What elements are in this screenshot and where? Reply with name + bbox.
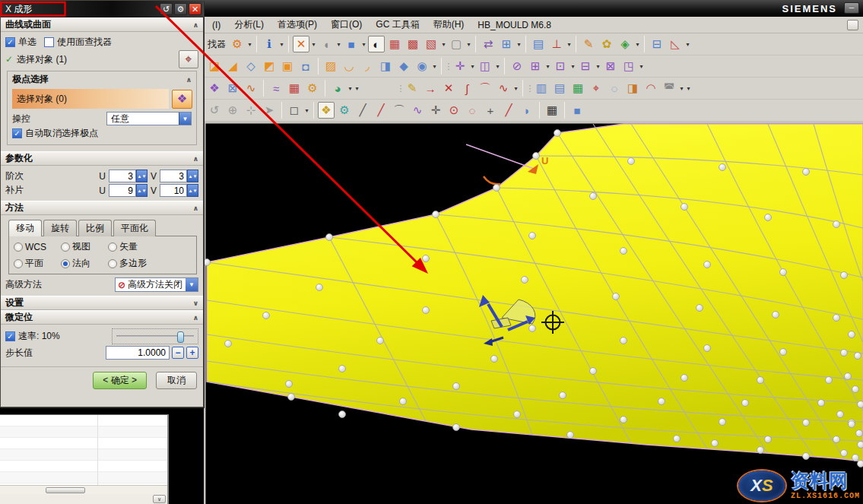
dialog-options-gear-icon[interactable]: ⚙ — [174, 3, 187, 15]
edit-curve-icon[interactable]: ✎ — [404, 80, 420, 97]
dropdown-caret-icon[interactable]: ▾ — [570, 63, 576, 70]
object-display-icon[interactable]: ✿ — [598, 36, 615, 52]
dropdown-caret-icon[interactable]: ▾ — [465, 41, 472, 48]
surface-flow-icon[interactable]: ≈ — [268, 80, 284, 97]
face-snap-icon[interactable]: ◗ — [519, 102, 535, 119]
arc-point-icon[interactable]: ⌒ — [391, 102, 408, 119]
iform-icon[interactable]: ⊠ — [224, 80, 241, 97]
chevron-down-icon[interactable]: ∨ — [153, 495, 166, 503]
replace-face-icon[interactable]: ⊠ — [602, 58, 619, 74]
dropdown-caret-icon[interactable]: ▾ — [469, 63, 476, 70]
manipulation-dropdown[interactable]: 任意 ▼ — [106, 112, 192, 125]
section-x-icon[interactable]: ▦ — [386, 36, 403, 52]
show-hide-icon[interactable]: ◈ — [617, 36, 633, 52]
compass-icon[interactable]: ⌖ — [588, 80, 604, 97]
snap-point-icon[interactable]: ❖ — [318, 102, 335, 119]
section-z-icon[interactable]: ▧ — [423, 36, 439, 52]
trim-curve-icon[interactable]: → — [422, 80, 439, 97]
rotate-display-icon[interactable]: ◐ — [368, 36, 385, 52]
point-on-face-icon[interactable]: ╱ — [500, 102, 517, 119]
patch-v-spinner[interactable]: ▲▼ — [160, 184, 198, 197]
dropdown-caret-icon[interactable]: ▾ — [431, 63, 438, 70]
pattern-face-icon[interactable]: ◳ — [620, 58, 637, 74]
viewport-canvas[interactable]: U — [204, 122, 863, 504]
dropdown-arrow-icon[interactable]: ▼ — [186, 278, 198, 291]
resize-face-icon[interactable]: ⊡ — [552, 58, 569, 74]
info-grid-icon[interactable]: ▦ — [544, 102, 560, 119]
dropdown-caret-icon[interactable]: ▾ — [638, 63, 645, 70]
fit-view-icon[interactable]: ✕ — [293, 36, 309, 52]
offset-surface-icon[interactable]: ◪ — [206, 58, 223, 74]
dropdown-caret-icon[interactable]: ▾ — [303, 107, 310, 114]
rib-icon[interactable]: ▣ — [279, 58, 296, 74]
history-back-icon[interactable]: ↺ — [206, 102, 223, 119]
dropdown-caret-icon[interactable]: ▾ — [310, 41, 317, 48]
pole-select-object-row[interactable]: 选择对象 (0) — [12, 89, 169, 109]
patch-u-input[interactable] — [109, 184, 136, 197]
xform-pole-button[interactable]: ❖ — [172, 90, 192, 109]
menu-item-4[interactable]: GC 工具箱 — [369, 17, 426, 33]
reset-icon[interactable]: ↺ — [160, 3, 173, 15]
rate-checkbox[interactable]: ✓ — [5, 331, 15, 341]
match-edge-icon[interactable]: ∿ — [243, 80, 259, 97]
cancel-button[interactable]: 取消 — [156, 372, 197, 389]
radio-normal[interactable]: 法向 — [61, 257, 108, 270]
toolbar-drag-handle[interactable]: ⋮ — [397, 84, 403, 94]
dropdown-caret-icon[interactable]: ▾ — [685, 85, 692, 92]
ok-button[interactable]: < 确定 > — [93, 372, 147, 389]
spinner-arrows-icon[interactable]: ▲▼ — [136, 184, 148, 197]
minimize-button[interactable]: ─ — [844, 2, 859, 14]
intersection-point-icon[interactable]: ✛ — [427, 102, 444, 119]
quadrant-point-icon[interactable]: ◌ — [464, 102, 481, 119]
shell-icon[interactable]: ◩ — [261, 58, 278, 74]
horizontal-scrollbar[interactable] — [0, 485, 167, 494]
dropdown-caret-icon[interactable]: ▾ — [440, 41, 447, 48]
menu-item-2[interactable]: 首选项(P) — [271, 17, 324, 33]
menu-item-6[interactable]: HB_MOULD M6.8 — [471, 18, 558, 32]
tab-scale[interactable]: 比例 — [78, 220, 112, 236]
snap-cursor-icon[interactable]: ⊹ — [243, 102, 259, 119]
surface-tools-icon[interactable]: ⚙ — [304, 80, 321, 97]
dropdown-caret-icon[interactable]: ▾ — [246, 41, 253, 48]
spinner-arrows-icon[interactable]: ▲▼ — [136, 170, 148, 182]
degree-v-spinner[interactable]: ▲▼ — [160, 170, 198, 182]
selection-gear-icon[interactable]: ⚙ — [229, 36, 246, 52]
point-on-curve-icon[interactable]: + — [482, 102, 499, 119]
edge-blend-icon[interactable]: ◡ — [341, 58, 357, 74]
tab-planarize[interactable]: 平面化 — [113, 220, 156, 236]
divide-curve-icon[interactable]: ✕ — [440, 80, 457, 97]
stretch-curve-icon[interactable]: ∿ — [495, 80, 512, 97]
section-settings[interactable]: 设置 ∨ — [1, 296, 203, 310]
snap-existing-icon[interactable]: ➤ — [261, 102, 278, 119]
step-value-input[interactable] — [106, 346, 170, 360]
chamfer-icon[interactable]: ◇ — [243, 58, 259, 74]
menu-item-1[interactable]: 分析(L) — [227, 17, 271, 33]
section-y-icon[interactable]: ▩ — [405, 36, 421, 52]
work-cube-icon[interactable]: ■ — [569, 102, 585, 119]
offset-region-icon[interactable]: ⊟ — [577, 58, 594, 74]
auto-deselect-checkbox[interactable]: ✓ — [12, 128, 22, 138]
radio-view[interactable]: 视图 — [61, 240, 108, 253]
degree-u-input[interactable] — [109, 170, 136, 182]
rate-slider[interactable] — [112, 328, 198, 344]
open-book-icon[interactable]: ◖ — [318, 36, 335, 52]
section-pole-selection[interactable]: 极点选择 ∧ — [8, 71, 196, 87]
spinner-arrows-icon[interactable]: ▲▼ — [187, 170, 198, 182]
smooth-spline-icon[interactable]: ∫ — [458, 80, 475, 97]
dropdown-caret-icon[interactable]: ▾ — [347, 85, 354, 92]
dropdown-caret-icon[interactable]: ▾ — [494, 63, 501, 70]
dropdown-caret-icon[interactable]: ▾ — [360, 41, 367, 48]
pull-face-icon[interactable]: ◫ — [477, 58, 493, 74]
radio-polygon[interactable]: 多边形 — [108, 257, 161, 270]
edit-arc-icon[interactable]: ⌒ — [477, 80, 493, 97]
point-dialog-button[interactable]: ⌖ — [179, 50, 198, 68]
section-method[interactable]: 方法 ∧ — [1, 201, 203, 215]
dropdown-caret-icon[interactable]: ▾ — [354, 85, 360, 92]
trim-body-icon[interactable]: ◨ — [377, 58, 394, 74]
dropdown-caret-icon[interactable]: ▾ — [634, 41, 641, 48]
center-point-icon[interactable]: ⊙ — [446, 102, 462, 119]
dropdown-caret-icon[interactable]: ▾ — [516, 41, 522, 48]
tab-rotate[interactable]: 旋转 — [43, 220, 77, 236]
dropdown-arrow-icon[interactable]: ▼ — [179, 113, 191, 125]
section-micro-positioning[interactable]: 微定位 ∧ — [1, 310, 203, 325]
